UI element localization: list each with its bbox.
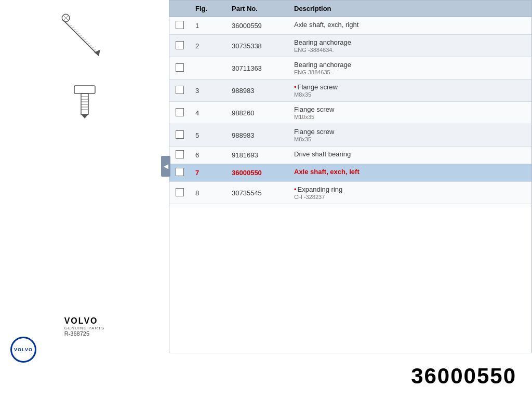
checkbox[interactable]	[176, 188, 184, 196]
part-reference: R-368725	[64, 330, 89, 337]
row-description: Flange screwM8x35	[289, 124, 531, 147]
row-part-no: 30711363	[227, 57, 289, 79]
table-header-row: Fig. Part No. Description	[169, 1, 531, 17]
col-header-desc: Description	[289, 1, 531, 17]
row-fig: 4	[190, 102, 227, 124]
row-description: Bearing anchorageENG 3884635-.	[289, 57, 531, 79]
row-description: Flange screwM10x35	[289, 102, 531, 124]
row-description: Bearing anchorageENG -3884634.	[289, 35, 531, 57]
volvo-wordmark: VOLVO	[64, 316, 98, 326]
desc-sub-text: ENG -3884634.	[294, 47, 526, 53]
bullet-icon: •	[294, 83, 297, 91]
checkbox[interactable]	[176, 150, 184, 158]
row-fig: 5	[190, 124, 227, 147]
desc-sub-text: CH -328237	[294, 194, 526, 200]
row-fig	[190, 57, 227, 79]
row-part-no: 30735338	[227, 35, 289, 57]
desc-main-text: Flange screw	[294, 105, 526, 113]
desc-main-text: Flange screw	[294, 128, 526, 136]
desc-main-text: Axle shaft, exch, right	[294, 21, 526, 29]
row-part-no: 988983	[227, 124, 289, 147]
desc-main-text: •Flange screw	[294, 83, 526, 91]
volvo-logo: VOLVO	[10, 337, 36, 363]
volvo-brand: VOLVO GENUINE PARTS R-368725	[64, 316, 105, 337]
row-fig: 6	[190, 147, 227, 164]
table-row: 30711363Bearing anchorageENG 3884635-.	[169, 57, 531, 79]
checkbox[interactable]	[176, 130, 184, 139]
row-checkbox-cell	[169, 102, 190, 124]
volvo-circle-text: VOLVO	[14, 347, 33, 352]
chevron-left-icon: ◀	[164, 163, 168, 170]
table-row: 3988983•Flange screwM8x35	[169, 79, 531, 102]
row-part-no: 988983	[227, 79, 289, 102]
svg-line-5	[70, 25, 96, 51]
checkbox[interactable]	[176, 21, 184, 29]
bullet-icon: •	[294, 185, 297, 193]
checkbox[interactable]	[176, 168, 184, 176]
svg-marker-1	[94, 49, 100, 56]
volvo-circle-logo: VOLVO	[10, 337, 36, 363]
row-part-no: 30735545	[227, 182, 289, 204]
table-row: 230735338Bearing anchorageENG -3884634.	[169, 35, 531, 57]
table-row: 736000550Axle shaft, exch, left	[169, 164, 531, 182]
desc-sub-text: ENG 3884635-.	[294, 69, 526, 75]
row-part-no: 36000550	[227, 164, 289, 182]
desc-main-text: Drive shaft bearing	[294, 150, 526, 158]
row-checkbox-cell	[169, 124, 190, 147]
desc-main-text: Bearing anchorage	[294, 38, 526, 46]
table-row: 69181693Drive shaft bearing	[169, 147, 531, 164]
row-fig: 7	[190, 164, 227, 182]
table-row: 4988260Flange screwM10x35	[169, 102, 531, 124]
row-fig: 2	[190, 35, 227, 57]
col-header-partno: Part No.	[227, 1, 289, 17]
col-header-checkbox	[169, 1, 190, 17]
row-fig: 3	[190, 79, 227, 102]
row-fig: 8	[190, 182, 227, 204]
row-description: •Expanding ringCH -328237	[289, 182, 531, 204]
row-checkbox-cell	[169, 17, 190, 35]
col-header-fig: Fig.	[190, 1, 227, 17]
genuine-parts-label: GENUINE PARTS	[64, 326, 105, 330]
svg-rect-6	[74, 86, 95, 94]
row-checkbox-cell	[169, 79, 190, 102]
diagram-area: VOLVO GENUINE PARTS R-368725	[59, 10, 111, 337]
row-checkbox-cell	[169, 164, 190, 182]
table-row: 5988983Flange screwM8x35	[169, 124, 531, 147]
row-part-no: 36000559	[227, 17, 289, 35]
svg-line-0	[63, 20, 99, 56]
row-description: Axle shaft, exch, right	[289, 17, 531, 35]
desc-main-text: Axle shaft, exch, left	[294, 168, 526, 176]
row-checkbox-cell	[169, 147, 190, 164]
collapse-handle[interactable]: ◀	[161, 156, 170, 177]
desc-sub-text: M8x35	[294, 136, 526, 142]
checkbox[interactable]	[176, 41, 184, 49]
checkbox[interactable]	[176, 63, 184, 72]
row-part-no: 988260	[227, 102, 289, 124]
part-diagram-bottom	[64, 83, 105, 125]
row-checkbox-cell	[169, 182, 190, 204]
desc-main-text: •Expanding ring	[294, 185, 526, 193]
svg-marker-14	[81, 114, 88, 118]
row-description: Axle shaft, exch, left	[289, 164, 531, 182]
table-row: 830735545•Expanding ringCH -328237	[169, 182, 531, 204]
row-checkbox-cell	[169, 35, 190, 57]
table-row: 136000559Axle shaft, exch, right	[169, 17, 531, 35]
row-description: •Flange screwM8x35	[289, 79, 531, 102]
checkbox[interactable]	[176, 108, 184, 116]
checkbox[interactable]	[176, 86, 184, 94]
featured-part-number: 36000550	[411, 364, 516, 389]
row-fig: 1	[190, 17, 227, 35]
row-checkbox-cell	[169, 57, 190, 79]
row-part-no: 9181693	[227, 147, 289, 164]
parts-table: Fig. Part No. Description 136000559Axle …	[169, 1, 531, 204]
part-diagram-top	[59, 10, 111, 73]
parts-table-panel: Fig. Part No. Description 136000559Axle …	[169, 0, 532, 353]
desc-main-text: Bearing anchorage	[294, 61, 526, 69]
left-panel: VOLVO GENUINE PARTS R-368725 VOLVO	[0, 0, 169, 399]
desc-sub-text: M8x35	[294, 91, 526, 98]
desc-sub-text: M10x35	[294, 114, 526, 120]
row-description: Drive shaft bearing	[289, 147, 531, 164]
